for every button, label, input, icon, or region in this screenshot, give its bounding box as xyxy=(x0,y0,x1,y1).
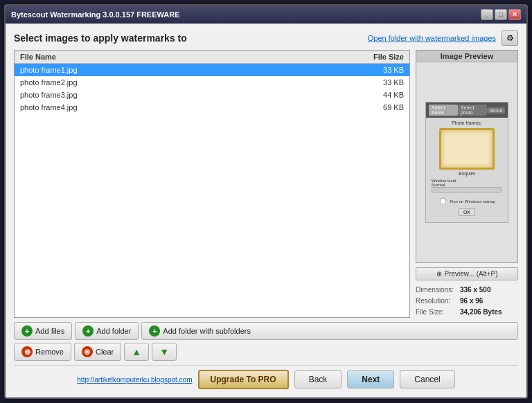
filesize-row: File Size: 34,206 Bytes xyxy=(416,307,518,318)
frame-caption: Esquire xyxy=(459,171,475,176)
next-button[interactable]: Next xyxy=(347,370,394,388)
file-list-header: File Name File Size xyxy=(15,51,409,64)
close-button[interactable]: ✕ xyxy=(508,9,521,20)
tab-select-frame: Select frame xyxy=(429,105,458,116)
add-folder-subfolders-label: Add folder with subfolders xyxy=(163,327,251,335)
preview-button-label: Preview... (Alt+P) xyxy=(445,270,498,278)
add-files-label: Add files xyxy=(35,327,64,335)
remove-label: Remove xyxy=(35,348,64,356)
file-name: photo frame2.jpg xyxy=(20,78,78,87)
preview-label: Image Preview xyxy=(416,51,517,62)
add-folder-icon: + xyxy=(82,325,94,337)
preview-top-bar: Select frame Select photo About xyxy=(426,102,508,118)
nav-row: http://artikelkomputerku.blogspot.com Up… xyxy=(14,365,518,391)
preview-icon: ⊕ xyxy=(436,270,442,278)
remove-buttons-row: ⊗ Remove ⊗ Clear ▲ ▼ xyxy=(14,343,518,361)
ok-button[interactable]: OK xyxy=(459,208,475,216)
preview-image-area: Select frame Select photo About Photo fr… xyxy=(416,62,517,262)
add-folder-subfolders-button[interactable]: + Add folder with subfolders xyxy=(141,322,518,340)
file-size: 69 KB xyxy=(383,103,404,111)
clear-button[interactable]: ⊗ Clear xyxy=(74,343,121,361)
slider-area: Window level Normal xyxy=(429,177,505,194)
gear-button[interactable]: ⚙ xyxy=(502,30,518,46)
clear-label: Clear xyxy=(96,348,114,356)
remove-icon: ⊗ xyxy=(21,346,33,357)
filesize-value: 34,206 Bytes xyxy=(460,307,502,318)
dimensions-row: Dimensions: 336 x 500 xyxy=(416,285,518,296)
file-size: 33 KB xyxy=(383,66,404,74)
maximize-button[interactable]: □ xyxy=(495,9,507,20)
bottom-controls: + Add files + Add folder + Add folder wi… xyxy=(14,322,518,361)
file-row[interactable]: photo frame3.jpg44 KB xyxy=(15,89,409,101)
file-size: 33 KB xyxy=(383,78,404,87)
add-subfolders-icon: + xyxy=(149,325,160,337)
file-list-area: File Name File Size photo frame1.jpg33 K… xyxy=(14,50,410,318)
header-row: Select images to apply watermarks to Ope… xyxy=(14,30,518,46)
add-folder-button[interactable]: + Add folder xyxy=(75,322,139,340)
run-on-startup-checkbox[interactable] xyxy=(440,198,446,204)
back-button[interactable]: Back xyxy=(294,370,342,388)
file-name: photo frame3.jpg xyxy=(20,91,78,99)
add-buttons-row: + Add files + Add folder + Add folder wi… xyxy=(14,322,518,340)
resolution-row: Resolution: 96 x 96 xyxy=(416,296,518,307)
preview-button[interactable]: ⊕ Preview... (Alt+P) xyxy=(416,267,518,280)
upgrade-button[interactable]: Upgrade To PRO xyxy=(198,370,289,389)
right-panel: Image Preview Select frame Select photo … xyxy=(416,50,518,318)
preview-box: Image Preview Select frame Select photo … xyxy=(416,50,518,263)
preview-info: Dimensions: 336 x 500 Resolution: 96 x 9… xyxy=(416,285,518,318)
minimize-button[interactable]: _ xyxy=(481,9,493,20)
down-arrow-icon: ▼ xyxy=(159,346,169,357)
column-name: File Name xyxy=(20,53,56,61)
file-name: photo frame1.jpg xyxy=(20,66,78,74)
window-controls: _ □ ✕ xyxy=(481,9,521,20)
add-folder-label: Add folder xyxy=(96,327,131,335)
move-down-button[interactable]: ▼ xyxy=(152,343,177,361)
add-files-icon: + xyxy=(21,325,33,337)
window-title: Bytescout Watermarking 3.0.0.157 FREEWAR… xyxy=(11,10,180,19)
content-area: Select images to apply watermarks to Ope… xyxy=(6,24,526,397)
column-size: File Size xyxy=(373,53,404,61)
cancel-button[interactable]: Cancel xyxy=(400,370,454,388)
run-on-startup-label: Run on Windows startup xyxy=(450,199,495,204)
add-files-button[interactable]: + Add files xyxy=(14,322,72,340)
open-folder-link[interactable]: Open folder with watermarked images xyxy=(368,34,496,42)
preview-frame-img xyxy=(439,128,495,170)
resolution-value: 96 x 96 xyxy=(460,296,483,307)
page-title: Select images to apply watermarks to xyxy=(14,33,187,44)
tab-select-photo: Select photo xyxy=(458,105,487,116)
file-row[interactable]: photo frame2.jpg33 KB xyxy=(15,76,409,89)
remove-button[interactable]: ⊗ Remove xyxy=(14,343,71,361)
dimensions-label: Dimensions: xyxy=(416,285,457,296)
clear-icon: ⊗ xyxy=(82,346,93,357)
file-name: photo frame4.jpg xyxy=(20,103,78,111)
up-arrow-icon: ▲ xyxy=(132,346,141,357)
main-window: Bytescout Watermarking 3.0.0.157 FREEWAR… xyxy=(4,4,528,399)
dimensions-value: 336 x 500 xyxy=(460,285,491,296)
file-row[interactable]: photo frame1.jpg33 KB xyxy=(15,64,409,76)
file-list-body[interactable]: photo frame1.jpg33 KBphoto frame2.jpg33 … xyxy=(15,64,409,317)
main-area: File Name File Size photo frame1.jpg33 K… xyxy=(14,50,518,318)
filesize-label: File Size: xyxy=(416,307,457,318)
move-up-button[interactable]: ▲ xyxy=(124,343,149,361)
tab-about: About xyxy=(487,107,505,114)
preview-content: Photo frames: Esquire Window level Norma… xyxy=(426,118,508,220)
preview-thumbnail: Select frame Select photo About Photo fr… xyxy=(425,102,508,223)
blog-link[interactable]: http://artikelkomputerku.blogspot.com xyxy=(77,376,192,384)
title-bar: Bytescout Watermarking 3.0.0.157 FREEWAR… xyxy=(6,6,526,24)
file-size: 44 KB xyxy=(383,91,404,99)
file-row[interactable]: photo frame4.jpg69 KB xyxy=(15,101,409,114)
slider[interactable] xyxy=(432,187,502,192)
resolution-label: Resolution: xyxy=(416,296,457,307)
